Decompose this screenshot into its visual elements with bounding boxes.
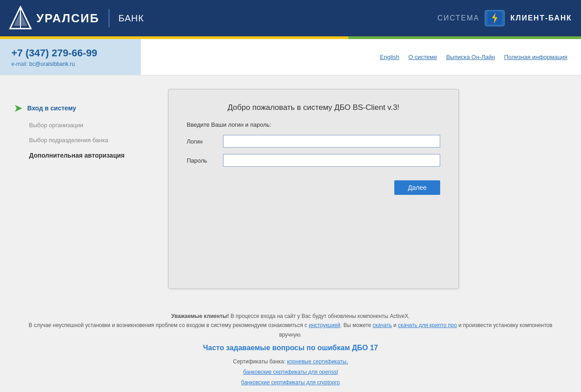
logo-bank: БАНК [119,13,144,24]
cert-section: Сертификаты банка: корневые сертификаты,… [18,357,563,387]
sidebar-login-label: Вход в систему [27,104,76,112]
faq-link[interactable]: Часто задаваемые вопросы по ошибкам ДБО … [18,344,563,352]
sidebar-item-org: Выбор организации [14,122,154,129]
form-subtitle: Введите Ваши логин и пароль: [187,121,440,128]
top-nav: +7 (347) 279-66-99 e-mail: bc@uralsibban… [0,39,581,75]
login-panel: Добро пожаловать в систему ДБО BS-Client… [168,89,459,289]
password-input[interactable] [223,154,440,167]
download-link[interactable]: скачать [372,322,392,328]
client-bank-badge [485,10,505,26]
sidebar-item-auth: Дополнительная авторизация [14,152,154,159]
sidebar-item-division: Выбор подразделения банка [14,137,154,144]
cert1-link[interactable]: корневые сертификаты, [287,358,348,365]
form-actions: Далее [187,180,440,195]
logo-name: УРАЛСИБ [36,11,99,25]
sidebar-item-login[interactable]: ➤ Вход в систему [14,103,154,114]
header: УРАЛСИБ БАНК СИСТЕМА КЛИЕНТ-БАНК [0,0,581,36]
cert3-link[interactable]: банковские сертификаты для сryptoрго [241,379,340,386]
password-row: Пароль [187,154,440,167]
notice-text: Уважаемые клиенты! В процессе входа на с… [18,312,563,339]
nav-about[interactable]: О системе [408,54,437,60]
email-label: e-mail: bc@uralsibbank.ru [11,61,129,67]
info-section: Уважаемые клиенты! В процессе входа на с… [0,303,581,392]
password-label: Пароль [187,157,223,164]
welcome-title: Добро пожаловать в систему ДБО BS-Client… [187,103,440,112]
instruction-link[interactable]: инструкцией [309,322,341,328]
main-content: ➤ Вход в систему Выбор организации Выбор… [0,75,581,303]
logo-right: СИСТЕМА КЛИЕНТ-БАНК [437,10,572,26]
contact-box: +7 (347) 279-66-99 e-mail: bc@uralsibban… [0,39,141,75]
nav-info[interactable]: Полезная информация [504,54,567,60]
next-button[interactable]: Далее [394,180,440,195]
phone-number: +7 (347) 279-66-99 [11,47,129,59]
logo-divider [109,9,109,27]
logo-left: УРАЛСИБ БАНК [9,6,144,31]
email-link[interactable]: bc@uralsibbank.ru [29,61,74,67]
login-row: Логин [187,135,440,148]
left-sidebar: ➤ Вход в систему Выбор организации Выбор… [14,89,154,289]
crypto-link[interactable]: скачать для крипто про [398,322,457,328]
uralsib-logo-icon [9,6,32,31]
lightning-icon [487,12,502,25]
cert2-link[interactable]: банковские сертификаты для openssl [243,369,338,375]
nav-links: English О системе Выписка Он-Лайн Полезн… [141,39,581,75]
nav-statement[interactable]: Выписка Он-Лайн [446,54,495,60]
nav-english[interactable]: English [380,54,399,60]
client-bank-text: КЛИЕНТ-БАНК [510,14,572,22]
system-label: СИСТЕМА [437,14,480,22]
login-label: Логин [187,138,223,145]
arrow-icon: ➤ [14,103,23,114]
login-input[interactable] [223,135,440,148]
